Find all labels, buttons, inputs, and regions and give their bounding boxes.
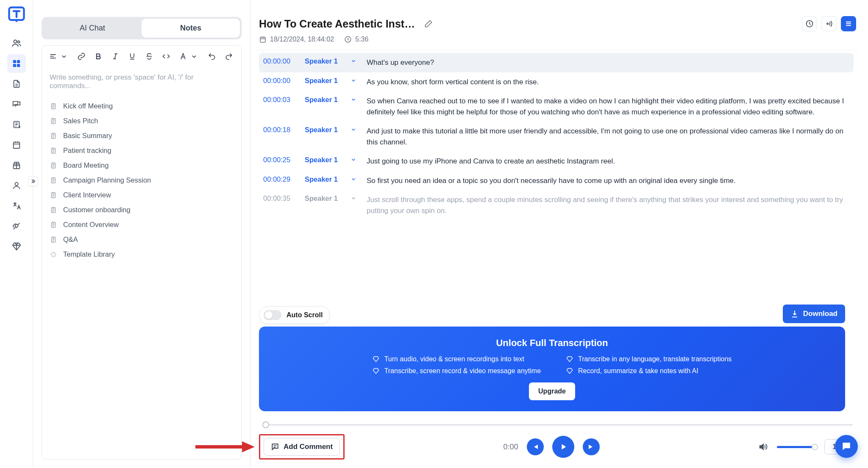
template-item[interactable]: Patient tracking bbox=[49, 143, 234, 158]
sidebar-premium-icon[interactable] bbox=[7, 237, 26, 256]
bold-icon[interactable] bbox=[94, 52, 103, 61]
transcript-text: So when Canva reached out to me to see i… bbox=[367, 96, 849, 117]
menu-icon[interactable] bbox=[841, 16, 856, 31]
sidebar-language-icon[interactable] bbox=[7, 197, 26, 215]
volume-slider[interactable] bbox=[777, 446, 815, 448]
chevron-down-icon[interactable] bbox=[351, 97, 357, 102]
timestamp[interactable]: 00:00:00 bbox=[263, 57, 300, 65]
strikethrough-icon[interactable] bbox=[145, 52, 154, 61]
sidebar-connect-icon[interactable] bbox=[7, 217, 26, 235]
chevron-down-icon[interactable] bbox=[351, 157, 357, 163]
sidebar-notes-icon[interactable] bbox=[7, 115, 26, 134]
sidebar-calendar-icon[interactable] bbox=[7, 136, 26, 154]
svg-rect-8 bbox=[13, 142, 19, 149]
chevron-down-icon[interactable] bbox=[351, 127, 357, 133]
transcript-row[interactable]: 00:00:25Speaker 1Just going to use my iP… bbox=[259, 152, 854, 171]
progress-bar[interactable] bbox=[262, 424, 853, 426]
tab-notes[interactable]: Notes bbox=[142, 19, 240, 38]
history-icon[interactable] bbox=[802, 16, 817, 31]
speaker-label[interactable]: Speaker 1 bbox=[305, 126, 343, 134]
underline-icon[interactable] bbox=[128, 52, 137, 61]
speaker-label[interactable]: Speaker 1 bbox=[305, 96, 343, 104]
sidebar-doc-icon[interactable] bbox=[7, 75, 26, 93]
diamond-icon bbox=[373, 368, 379, 374]
annotation-arrow bbox=[195, 440, 255, 453]
volume-handle[interactable] bbox=[812, 444, 818, 450]
player: Add Comment 0:00 1x bbox=[259, 417, 856, 460]
volume-icon[interactable] bbox=[758, 442, 768, 451]
chevron-down-icon[interactable] bbox=[351, 78, 357, 83]
next-button[interactable] bbox=[583, 438, 600, 455]
speaker-label[interactable]: Speaker 1 bbox=[305, 175, 343, 183]
timestamp[interactable]: 00:00:35 bbox=[263, 194, 300, 202]
chat-fab[interactable] bbox=[835, 435, 858, 458]
sidebar-expand-button[interactable] bbox=[28, 176, 38, 186]
font-icon[interactable] bbox=[178, 52, 188, 61]
link-icon[interactable] bbox=[77, 52, 86, 61]
code-icon[interactable] bbox=[161, 52, 171, 61]
sidebar-dashboard-icon[interactable] bbox=[7, 54, 26, 73]
sidebar-team-icon[interactable] bbox=[7, 34, 26, 53]
undo-icon[interactable] bbox=[207, 52, 217, 61]
paragraph-style-icon[interactable] bbox=[49, 52, 57, 61]
template-label: Sales Pitch bbox=[63, 117, 98, 125]
prev-button[interactable] bbox=[527, 438, 544, 455]
header-divider bbox=[256, 50, 860, 50]
notes-panel: AI Chat Notes bbox=[33, 0, 250, 468]
chevron-down-icon[interactable] bbox=[351, 176, 357, 182]
template-item[interactable]: Kick off Meeting bbox=[49, 99, 234, 114]
download-button[interactable]: Download bbox=[783, 305, 845, 323]
transcript-text: What's up everyone? bbox=[367, 57, 849, 68]
timestamp[interactable]: 00:00:18 bbox=[263, 126, 300, 134]
transcript-row[interactable]: 00:00:35Speaker 1Just scroll through the… bbox=[259, 190, 854, 220]
diamond-icon bbox=[373, 356, 379, 363]
unlock-line: Transcribe, screen record & video messag… bbox=[384, 367, 541, 375]
timestamp[interactable]: 00:00:25 bbox=[263, 156, 300, 164]
auto-scroll-toggle[interactable] bbox=[264, 310, 281, 320]
timestamp[interactable]: 00:00:29 bbox=[263, 175, 300, 183]
chevron-down-icon[interactable] bbox=[351, 58, 357, 64]
transcript-row[interactable]: 00:00:29Speaker 1So first you need an id… bbox=[259, 171, 854, 191]
template-item[interactable]: Template Library bbox=[49, 247, 234, 262]
broadcast-icon[interactable] bbox=[821, 16, 837, 31]
chevron-down-icon[interactable] bbox=[189, 52, 199, 61]
progress-handle[interactable] bbox=[262, 421, 269, 428]
upgrade-button[interactable]: Upgrade bbox=[529, 382, 575, 400]
tab-ai-chat[interactable]: AI Chat bbox=[43, 19, 142, 38]
template-item[interactable]: Board Meeting bbox=[49, 158, 234, 173]
redo-icon[interactable] bbox=[224, 52, 234, 61]
transcript-row[interactable]: 00:00:18Speaker 1And just to make this t… bbox=[259, 122, 854, 152]
template-item[interactable]: Sales Pitch bbox=[49, 114, 234, 128]
template-item[interactable]: Customer onboarding bbox=[49, 202, 234, 217]
chevron-down-icon[interactable] bbox=[60, 52, 68, 61]
sidebar-gift-icon[interactable] bbox=[7, 156, 26, 174]
editor-placeholder[interactable]: Write something, or press 'space' for AI… bbox=[49, 70, 234, 99]
app-logo[interactable] bbox=[6, 4, 27, 25]
timestamp[interactable]: 00:00:00 bbox=[263, 77, 300, 85]
transcript-row[interactable]: 00:00:00Speaker 1What's up everyone? bbox=[259, 53, 854, 72]
clipboard-icon bbox=[50, 236, 57, 244]
speaker-label[interactable]: Speaker 1 bbox=[305, 77, 343, 85]
svg-point-1 bbox=[14, 40, 17, 43]
speaker-label[interactable]: Speaker 1 bbox=[305, 156, 343, 164]
timestamp[interactable]: 00:00:03 bbox=[263, 96, 300, 104]
svg-rect-6 bbox=[17, 64, 19, 67]
sidebar-profile-icon[interactable] bbox=[7, 176, 26, 195]
speaker-label[interactable]: Speaker 1 bbox=[305, 194, 343, 202]
transcript-row[interactable]: 00:00:03Speaker 1So when Canva reached o… bbox=[259, 91, 854, 122]
template-item[interactable]: Basic Summary bbox=[49, 128, 234, 143]
template-label: Q&A bbox=[63, 235, 78, 244]
edit-title-icon[interactable] bbox=[424, 19, 433, 28]
template-item[interactable]: Client Interview bbox=[49, 188, 234, 202]
template-item[interactable]: Q&A bbox=[49, 232, 234, 247]
template-item[interactable]: Campaign Planning Session bbox=[49, 173, 234, 188]
transcript-text: And just to make this tutorial a little … bbox=[367, 126, 849, 147]
italic-icon[interactable] bbox=[111, 52, 120, 61]
play-button[interactable] bbox=[552, 436, 574, 458]
sidebar-chat-icon[interactable] bbox=[7, 95, 26, 114]
add-comment-button[interactable]: Add Comment bbox=[264, 438, 340, 456]
transcript-row[interactable]: 00:00:00Speaker 1As you know, short form… bbox=[259, 72, 854, 92]
speaker-label[interactable]: Speaker 1 bbox=[305, 57, 343, 65]
template-item[interactable]: Content Overview bbox=[49, 217, 234, 232]
chevron-down-icon[interactable] bbox=[351, 195, 357, 201]
